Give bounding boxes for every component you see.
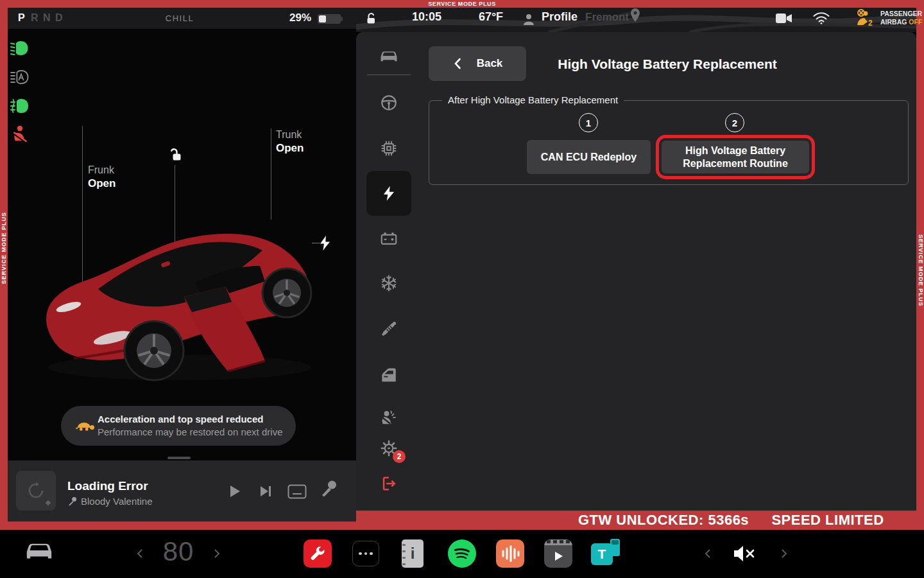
video-app-button[interactable] <box>544 539 572 568</box>
service-window: 2 Back High Voltage Battery Replacement … <box>356 32 916 511</box>
svg-text:2: 2 <box>868 19 873 26</box>
bolt-icon <box>381 185 397 202</box>
spotify-app-button[interactable] <box>448 539 476 568</box>
sidebar-item-high-voltage[interactable] <box>366 171 411 216</box>
media-drag-handle[interactable] <box>167 457 191 459</box>
frunk-label: Frunk <box>88 164 116 176</box>
map-place-label: Fremont <box>585 11 629 24</box>
camera-icon[interactable] <box>775 12 793 27</box>
lyrics-card-icon[interactable] <box>287 484 307 502</box>
sidebar-item-service-alerts[interactable]: 2 <box>366 430 411 466</box>
media-title: Loading Error <box>67 479 148 493</box>
contacts-app-button[interactable]: i <box>402 539 424 568</box>
airbag-line1: PASSENGER <box>880 10 922 18</box>
unlocked-icon[interactable] <box>167 147 182 165</box>
frunk-callout: Frunk Open <box>88 164 116 190</box>
back-button[interactable]: Back <box>429 46 526 81</box>
back-label: Back <box>477 57 503 70</box>
sidebar-divider <box>367 74 411 75</box>
play-icon[interactable] <box>227 484 243 502</box>
gear-p: P <box>18 12 25 24</box>
door-icon <box>379 365 398 383</box>
car-icon <box>24 539 54 562</box>
battery-12v-icon <box>379 230 398 247</box>
can-ecu-redeploy-button[interactable]: CAN ECU Redeploy <box>527 140 651 174</box>
media-subtitle-row: Bloody Valentine <box>67 496 152 507</box>
logout-icon <box>380 475 398 493</box>
dot <box>359 552 362 556</box>
hv-battery-routine-button[interactable]: High Voltage Battery Replacement Routine <box>662 141 809 173</box>
sidebar-item-ecu[interactable] <box>366 130 411 166</box>
steering-wheel-icon <box>380 94 398 112</box>
battery-percent: 29% <box>276 12 311 24</box>
fog-light-icon <box>10 98 31 117</box>
sidebar-item-steering[interactable] <box>366 85 411 121</box>
clock: 10:05 <box>401 10 452 24</box>
auto-high-beam-icon <box>10 69 31 88</box>
wifi-icon[interactable] <box>812 11 830 28</box>
airbag-status-text: PASSENGER AIRBAG OFF <box>880 10 922 26</box>
seatbelt-warning-icon <box>12 125 30 147</box>
play-icon <box>552 550 564 562</box>
chargeport-bolt-icon[interactable] <box>320 236 330 253</box>
next-track-icon[interactable] <box>258 484 273 502</box>
airbag-word: AIRBAG <box>880 18 907 26</box>
trunk-state: Open <box>276 142 304 155</box>
t-app-button[interactable]: T <box>591 543 623 569</box>
dot <box>370 552 373 556</box>
battery-nub <box>341 17 343 21</box>
tesla-service-screen: SERVICE MODE PLUS SERVICE MODE PLUS SERV… <box>0 0 924 578</box>
temp-down-button[interactable] <box>135 546 145 564</box>
front-wheel <box>124 321 184 380</box>
binding-ring <box>402 557 406 559</box>
profile-button[interactable]: Profile <box>542 10 578 24</box>
media-subtitle: Bloody Valentine <box>81 496 152 507</box>
alerts-badge: 2 <box>393 450 406 463</box>
low-beam-icon <box>10 40 31 59</box>
volume-mute-icon <box>732 542 758 565</box>
vehicle-render[interactable] <box>35 206 321 384</box>
karaoke-mic-icon[interactable] <box>320 480 338 502</box>
media-next-button[interactable] <box>779 546 789 564</box>
sidebar-item-exit-service[interactable] <box>366 466 411 502</box>
outside-temperature[interactable]: 67°F <box>470 10 511 24</box>
dot <box>364 552 368 556</box>
sidebar-item-low-voltage[interactable] <box>366 220 411 256</box>
sidebar-item-thermal[interactable] <box>366 265 411 301</box>
lock-open-icon[interactable] <box>364 12 378 28</box>
all-apps-button[interactable] <box>352 541 379 566</box>
step-2-number: 2 <box>725 113 744 132</box>
driver-temp-value[interactable]: 80 <box>156 536 201 567</box>
contacts-glyph: i <box>411 545 415 563</box>
media-prev-button[interactable] <box>703 546 713 564</box>
launcher-bar: 80 i <box>0 530 924 578</box>
sidebar-item-vehicle-status[interactable] <box>366 38 411 74</box>
chevron-left-icon <box>452 56 463 71</box>
t-app-battery <box>610 539 620 556</box>
audio-app-button[interactable] <box>496 539 524 568</box>
airbag-off-word: OFF <box>909 18 922 26</box>
volume-mute-button[interactable] <box>732 542 758 568</box>
service-mode-label-top: SERVICE MODE PLUS <box>428 1 496 7</box>
sidebar-item-suspension[interactable] <box>366 311 411 347</box>
service-app-button[interactable] <box>304 539 332 568</box>
temp-up-button[interactable] <box>212 546 222 564</box>
routine-group-label: After High Voltage Battery Replacement <box>442 94 624 105</box>
spotify-icon <box>448 539 476 568</box>
service-mode-label-right: SERVICE MODE PLUS <box>918 234 924 306</box>
suspension-icon <box>380 320 398 338</box>
binding-ring <box>402 544 406 546</box>
audio-waveform-icon <box>501 545 520 563</box>
dropdown-diamond-icon <box>44 499 52 507</box>
page-title: High Voltage Battery Replacement <box>526 57 809 72</box>
chip-icon <box>380 139 398 157</box>
car-controls-button[interactable] <box>24 539 54 565</box>
car-icon <box>379 48 398 64</box>
step-1-number: 1 <box>579 113 598 132</box>
sidebar-item-closures[interactable] <box>366 356 411 392</box>
gear-d: D <box>55 12 63 24</box>
rear-wheel <box>262 268 311 317</box>
airbag-person-icon <box>380 409 398 427</box>
album-art[interactable] <box>16 471 56 511</box>
turtle-icon <box>74 419 95 434</box>
